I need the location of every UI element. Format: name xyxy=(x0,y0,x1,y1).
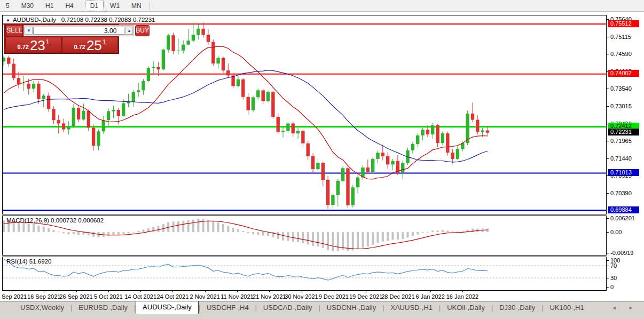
tab-eurusd-daily[interactable]: EURUSD-,Daily xyxy=(72,302,134,314)
tab-scroll-arrows[interactable]: ◄ ► xyxy=(612,305,639,310)
one-click-trade-panel: SELL ▼ ▲ BUY 0.72 23 1 0.72 25 1 xyxy=(4,23,119,54)
symbol-tab-bar: USDX,Weekly|EURUSD-,Daily|AUDUSD-,Daily|… xyxy=(0,301,644,314)
axis-tick-label: 0.00 xyxy=(610,229,622,235)
candle xyxy=(277,117,280,132)
candle xyxy=(471,114,474,120)
rsi-label: RSI(14) 51.6920 xyxy=(6,258,51,265)
buy-price[interactable]: 0.72 25 1 xyxy=(62,37,117,53)
candle xyxy=(171,35,175,51)
date-tick xyxy=(302,291,302,292)
candle xyxy=(112,110,115,111)
candle xyxy=(241,79,245,97)
timeframe-button-h1[interactable]: H1 xyxy=(40,1,59,11)
candle xyxy=(436,125,439,143)
candle xyxy=(37,84,40,99)
date-label: 24 Oct 2021 xyxy=(156,293,189,300)
candle xyxy=(331,195,334,205)
candle xyxy=(22,84,25,84)
axis-tick-label: 0.73015 xyxy=(610,103,632,109)
tab-usdx-weekly[interactable]: USDX,Weekly xyxy=(14,302,70,314)
candle xyxy=(97,131,100,146)
candle xyxy=(386,156,389,165)
main-price-chart[interactable]: ▲ AUDUSD-,Daily 0.72108 0.72238 0.72083 … xyxy=(2,15,607,214)
tab-audusd-daily[interactable]: AUDUSD-,Daily xyxy=(136,301,199,314)
tab-ukoil-daily[interactable]: UKOil-,Daily xyxy=(441,302,491,314)
date-tick xyxy=(366,291,366,292)
sell-price-pip: 1 xyxy=(46,38,50,46)
axis-tick-label: -0.00919 xyxy=(610,250,633,256)
trading-terminal-window: 5M30H1H4D1W1MN ▲ AUDUSD-,Daily 0.72108 0… xyxy=(0,0,644,319)
date-label: 26 Sep 2021 xyxy=(59,293,92,300)
buy-button[interactable]: BUY xyxy=(135,25,150,36)
date-label: 6 Jan 2022 xyxy=(415,293,444,300)
timeframe-button-m30[interactable]: M30 xyxy=(16,1,39,11)
date-label: 19 Dec 2021 xyxy=(349,293,382,300)
date-tick xyxy=(269,291,270,292)
tab-dj30-daily[interactable]: DJ30-,Daily xyxy=(493,302,541,314)
date-tick xyxy=(12,291,12,292)
candle xyxy=(301,131,304,143)
volume-increase-icon[interactable]: ▲ xyxy=(125,27,133,35)
date-tick xyxy=(108,291,109,292)
timeframe-button-d1[interactable]: D1 xyxy=(85,1,104,11)
candle xyxy=(147,68,150,81)
timeframe-toolbar: 5M30H1H4D1W1MN xyxy=(0,0,644,12)
candle xyxy=(27,84,30,89)
candle xyxy=(32,84,35,89)
candle xyxy=(401,163,404,173)
candle xyxy=(201,29,205,35)
candle xyxy=(256,90,260,97)
candle xyxy=(7,58,10,64)
tab-usdcad-daily[interactable]: USDCAD-,Daily xyxy=(257,302,319,314)
date-tick xyxy=(237,291,238,292)
date-label: 11 Nov 2021 xyxy=(221,293,254,300)
axis-tick-label: 0.73540 xyxy=(610,85,632,92)
rsi-line xyxy=(4,259,488,280)
axis-tick-mark xyxy=(607,266,609,266)
timeframe-button-w1[interactable]: W1 xyxy=(105,1,125,11)
tab-xauusd-h1[interactable]: XAUUSD-,H1 xyxy=(384,302,439,314)
candle xyxy=(12,64,15,78)
tab-uk100-h1[interactable]: UK100-,H1 xyxy=(543,302,590,314)
timeframe-button-mn[interactable]: MN xyxy=(126,1,147,11)
candle xyxy=(292,123,295,133)
date-tick xyxy=(205,291,206,292)
candle xyxy=(182,45,185,51)
macd-indicator-panel[interactable]: MACD(12,26,9) 0.000732 0.000682 xyxy=(2,216,607,256)
axis-tick-mark xyxy=(607,106,609,107)
price-badge-0.72231: 0.72231 xyxy=(608,129,639,135)
candle xyxy=(17,78,20,84)
candle xyxy=(416,135,419,144)
collapse-triangle-icon[interactable]: ▲ xyxy=(6,18,10,22)
volume-input[interactable] xyxy=(33,27,124,35)
candle xyxy=(62,123,65,129)
sell-price[interactable]: 0.72 23 1 xyxy=(6,37,61,53)
date-tick xyxy=(76,291,77,292)
rsi-indicator-panel[interactable]: RSI(14) 51.6920 xyxy=(2,257,607,291)
macd-label: MACD(12,26,9) 0.000732 0.000682 xyxy=(6,217,104,224)
sell-button[interactable]: SELL xyxy=(6,25,22,36)
volume-decrease-icon[interactable]: ▼ xyxy=(25,27,33,35)
timeframe-button-5[interactable]: 5 xyxy=(1,1,15,11)
candle xyxy=(271,92,274,117)
buy-price-prefix: 0.72 xyxy=(74,44,85,50)
axis-tick-label: 0.75115 xyxy=(610,34,631,40)
candle xyxy=(486,131,489,133)
ma-slow-line xyxy=(4,70,488,162)
tab-usdchf-h4[interactable]: USDCHF-,H4 xyxy=(200,302,255,314)
axis-tick-mark xyxy=(607,232,609,233)
axis-tick-label: 0 xyxy=(610,284,614,290)
candle xyxy=(307,143,310,156)
macd-signal-line xyxy=(4,221,488,249)
axis-tick-label: 0.74590 xyxy=(610,51,632,57)
timeframe-button-h4[interactable]: H4 xyxy=(60,1,78,11)
candle xyxy=(266,92,270,101)
candle xyxy=(366,168,370,172)
axis-tick-label: 0.006201 xyxy=(610,215,635,221)
date-label: 2 Nov 2021 xyxy=(190,293,220,300)
candle xyxy=(156,67,160,69)
tab-usdcnh-daily[interactable]: USDCNH-,Daily xyxy=(320,302,382,314)
candle xyxy=(296,131,300,133)
candle xyxy=(441,133,444,143)
candle xyxy=(132,92,135,102)
